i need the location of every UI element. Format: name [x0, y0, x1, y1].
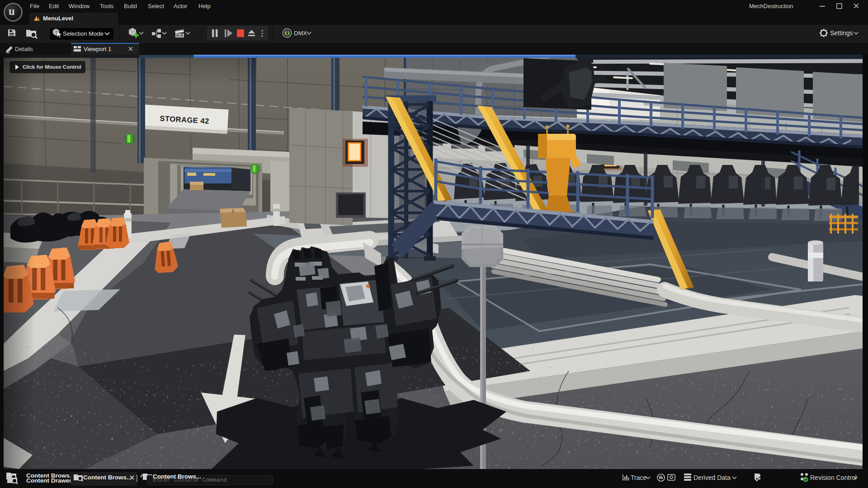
- svg-text:Details: Details: [15, 46, 33, 52]
- svg-text:Selection Mode: Selection Mode: [63, 30, 104, 37]
- svg-text:Revision Control: Revision Control: [810, 474, 857, 481]
- svg-text:Derived Data: Derived Data: [693, 474, 731, 481]
- svg-text:DMX: DMX: [294, 30, 307, 37]
- svg-text:Content Brows...: Content Brows...: [83, 474, 132, 481]
- svg-text:Settings: Settings: [830, 29, 853, 37]
- svg-text:Viewport 1: Viewport 1: [84, 46, 111, 52]
- svg-text:Content Drawer: Content Drawer: [26, 477, 72, 484]
- svg-text:Trace: Trace: [631, 474, 646, 481]
- svg-text:Content Brows...: Content Brows...: [153, 473, 201, 480]
